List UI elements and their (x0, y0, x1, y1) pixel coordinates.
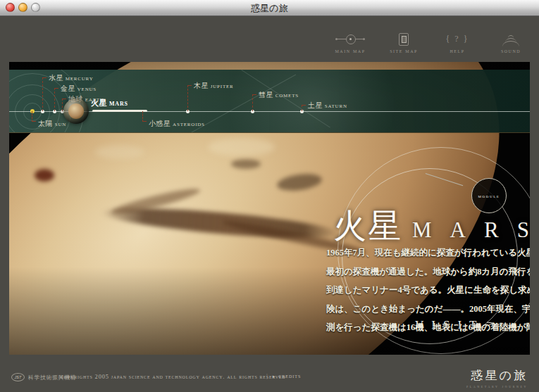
menu-item-help[interactable]: { ? }Help (439, 32, 476, 54)
connector-line-jupiter (187, 85, 192, 111)
description-line: 1965年7月、現在も継続的に探査が行われている火星の上空を、 (326, 244, 530, 263)
planet-nav-venus[interactable]: 金星 Venus (61, 84, 97, 94)
menu-item-label: Site Map (385, 48, 422, 54)
menu-item-label: Main Map (332, 48, 368, 54)
menu-item-site-map[interactable]: Site Map (385, 32, 422, 54)
page-title-en: MARS (412, 217, 530, 242)
menu-item-sound[interactable]: Sound (492, 32, 529, 54)
planet-nav-sun[interactable]: 太陽 Sun (38, 119, 66, 129)
site-logo-en: Planetary Journey (466, 384, 528, 388)
planet-nav-saturn[interactable]: 土星 Saturn (308, 101, 347, 110)
planet-nav-jupiter[interactable]: 木星 Jupiter (194, 81, 234, 91)
description-line: 測を行った探査機は16機、地表には6機の着陸機が降りている。 (326, 318, 530, 337)
description-line: 到達したマリナー4号である。火星に生命を探し求める人類の冒 (326, 281, 530, 300)
credits-divider: | (266, 372, 268, 379)
site-logo-jp: 惑星の旅 (466, 367, 528, 384)
sound-icon (492, 32, 529, 45)
menu-item-label: Help (439, 48, 476, 54)
planet-nav-mercury[interactable]: 水星 Mercury (49, 73, 94, 83)
site-logo: 惑星の旅 Planetary Journey (466, 367, 528, 388)
description-line: 険は、このとき始まったのだ——。2005年現在、宇宙から火星の観 (326, 300, 530, 319)
menu-item-main-map[interactable]: Main Map (332, 32, 368, 54)
module-button-label: Module (478, 193, 500, 199)
mars-sphere-icon (68, 103, 84, 119)
asteroid-belt-marker[interactable] (92, 110, 147, 112)
connector-line-asteroids (142, 111, 147, 122)
solar-system-navbar: 太陽 Sun水星 Mercury金星 Venus地球 Earth火星 Mars小… (9, 70, 530, 133)
planet-nav-mars[interactable]: 火星 Mars (91, 98, 128, 108)
connector-line-venus (54, 88, 58, 111)
jst-logo-icon: JST (11, 373, 25, 381)
help-icon: { ? } (439, 32, 476, 45)
top-menu: Main MapSite Map{ ? }HelpSound (332, 32, 529, 54)
description-text: 1965年7月、現在も継続的に探査が行われている火星の上空を、最初の探査機が通過… (326, 244, 530, 337)
connector-line-saturn (302, 105, 306, 111)
site-map-icon (385, 32, 422, 45)
copyright-text: Copyrights 2005 Japan Science and Techno… (61, 373, 286, 380)
window-titlebar[interactable]: 惑星の旅 (0, 0, 539, 16)
page-title: 火星MARS (333, 204, 530, 248)
planet-nav-comets[interactable]: 彗星 Comets (259, 90, 299, 100)
connector-line-comets (252, 94, 256, 111)
planet-nav-asteroids[interactable]: 小惑星 Asteroids (149, 119, 205, 129)
main-stage: 太陽 Sun水星 Mercury金星 Venus地球 Earth火星 Mars小… (9, 62, 530, 355)
description-line: 最初の探査機が通過した。地球から約8カ月の飛行を経て火星へ (326, 263, 530, 282)
planet-marker-mars[interactable] (63, 99, 89, 124)
connector-line-sun (32, 111, 36, 122)
footer: JST 科学技術振興機構 Copyrights 2005 Japan Scien… (0, 355, 539, 392)
window-title: 惑星の旅 (0, 2, 539, 15)
connector-line-mercury (42, 77, 47, 111)
credits-link[interactable]: Credits (273, 372, 302, 379)
page-title-jp: 火星 (333, 208, 402, 244)
main-map-icon (332, 32, 368, 45)
